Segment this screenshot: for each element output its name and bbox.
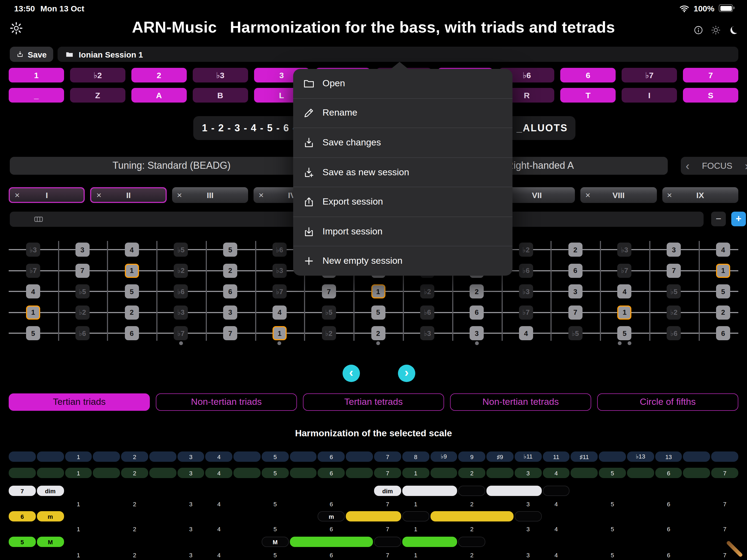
degree-number: 3 — [177, 551, 204, 558]
degree-number: 6 — [318, 551, 345, 558]
extension-row-pill: ♭9 — [430, 451, 457, 462]
degree-number: 6 — [655, 551, 682, 558]
degree-number: 1 — [402, 525, 430, 532]
degree-number: 5 — [262, 500, 289, 507]
chord-tone-pill[interactable] — [374, 537, 401, 547]
scale-degree-row-pill: 1 — [402, 468, 430, 478]
scale-degree-row-pill — [233, 468, 261, 478]
menu-item-import-session[interactable]: Import session — [293, 216, 513, 246]
extension-row-pill — [599, 451, 626, 462]
degree-number: 2 — [459, 525, 486, 532]
chord-span-pill[interactable] — [430, 511, 514, 522]
scale-degree-row-pill — [683, 468, 710, 478]
extension-row-pill — [37, 451, 64, 462]
chord-span-pill[interactable] — [402, 537, 457, 547]
degree-number: 6 — [655, 525, 682, 532]
scale-degree-row-pill — [37, 468, 64, 478]
extension-row-pill: ♭13 — [627, 451, 654, 462]
extension-row-pill — [233, 451, 261, 462]
extension-row-pill — [9, 451, 36, 462]
extension-row-pill: ♯9 — [486, 451, 514, 462]
degree-number: 5 — [599, 525, 626, 532]
chord-tone-pill[interactable] — [515, 511, 542, 522]
chord-span-pill[interactable] — [402, 486, 457, 496]
chord-degree-pill[interactable]: 7 — [9, 486, 36, 496]
menu-item-label: Import session — [323, 226, 383, 237]
degree-number: 1 — [65, 551, 92, 558]
menu-item-save-as-new-session[interactable]: Save as new session — [293, 157, 513, 187]
scale-degree-row-pill: 5 — [599, 468, 626, 478]
extension-row-pill — [149, 451, 176, 462]
degree-number: 2 — [459, 551, 486, 558]
chevron-right-icon[interactable]: › — [745, 160, 747, 171]
menu-item-open[interactable]: Open — [293, 69, 513, 98]
scale-degree-row-pill — [149, 468, 176, 478]
menu-item-save-changes[interactable]: Save changes — [293, 128, 513, 157]
degree-number: 6 — [318, 500, 345, 507]
chord-tone-pill[interactable] — [459, 537, 486, 547]
chord-quality-pill[interactable]: dim — [37, 486, 64, 496]
degree-number: 3 — [515, 500, 542, 507]
scale-degree-row-pill — [430, 468, 457, 478]
degree-number: 4 — [205, 525, 233, 532]
degree-number: 4 — [205, 551, 233, 558]
context-menu: OpenRenameSave changesSave as new sessio… — [293, 69, 513, 276]
degree-number: 1 — [65, 500, 92, 507]
import-icon — [303, 225, 315, 237]
extension-row-pill — [93, 451, 120, 462]
chord-root-pill[interactable]: M — [262, 537, 289, 547]
chord-quality-pill[interactable]: M — [37, 537, 64, 547]
degree-number: 1 — [402, 551, 430, 558]
menu-item-label: New empty session — [323, 256, 403, 267]
chord-degree-pill[interactable]: 6 — [9, 511, 36, 522]
scale-degree-row-pill: 7 — [711, 468, 738, 478]
degree-number: 5 — [599, 551, 626, 558]
degree-number: 4 — [205, 500, 233, 507]
scale-degree-row-pill: 5 — [262, 468, 289, 478]
chord-root-pill[interactable]: dim — [374, 486, 401, 496]
degree-number: 7 — [374, 500, 401, 507]
degree-number: 6 — [318, 525, 345, 532]
menu-item-new-empty-session[interactable]: New empty session — [293, 246, 513, 276]
extension-row: 12345678♭99♯9♭1111♯11♭1313 — [9, 451, 738, 462]
degree-number: 5 — [599, 500, 626, 507]
chord-span-pill[interactable] — [486, 486, 542, 496]
extension-row-pill: 8 — [402, 451, 430, 462]
chord-root-pill[interactable]: m — [318, 511, 345, 522]
degree-number: 3 — [515, 525, 542, 532]
menu-item-rename[interactable]: Rename — [293, 98, 513, 128]
scale-degree-row-pill: 3 — [515, 468, 542, 478]
scale-degree-row-pill — [571, 468, 598, 478]
extension-row-pill: ♯11 — [571, 451, 598, 462]
extension-row-pill — [346, 451, 373, 462]
extension-row-pill: 9 — [459, 451, 486, 462]
chord-tone-pill[interactable] — [543, 486, 570, 496]
degree-number: 6 — [655, 500, 682, 507]
chord-row-5: 5MM — [9, 537, 738, 547]
context-menu-items: OpenRenameSave changesSave as new sessio… — [293, 69, 513, 276]
chord-degree-pill[interactable]: 5 — [9, 537, 36, 547]
extension-row-pill: 6 — [318, 451, 345, 462]
extension-row-pill: 11 — [543, 451, 570, 462]
menu-item-export-session[interactable]: Export session — [293, 187, 513, 216]
degree-number: 2 — [121, 525, 148, 532]
scale-degree-row-pill: 2 — [121, 468, 148, 478]
scale-degree-row-pill — [290, 468, 317, 478]
chord-quality-pill[interactable]: m — [37, 511, 64, 522]
degree-number-row: 12345671234567 — [9, 551, 738, 558]
scale-degree-row-pill: 3 — [177, 468, 204, 478]
chord-span-pill[interactable] — [290, 537, 373, 547]
degree-number: 4 — [543, 525, 570, 532]
chord-tone-pill[interactable] — [459, 486, 486, 496]
scale-degree-row-pill: 2 — [459, 468, 486, 478]
extension-row-pill — [711, 451, 738, 462]
degree-number: 3 — [177, 500, 204, 507]
extension-row-pill: 5 — [262, 451, 289, 462]
chord-tone-pill[interactable] — [402, 511, 430, 522]
extension-row-pill — [290, 451, 317, 462]
degree-number: 5 — [262, 551, 289, 558]
extension-row-pill: 3 — [177, 451, 204, 462]
degree-number: 7 — [711, 525, 738, 532]
chord-span-pill[interactable] — [346, 511, 401, 522]
menu-item-label: Rename — [323, 108, 358, 118]
